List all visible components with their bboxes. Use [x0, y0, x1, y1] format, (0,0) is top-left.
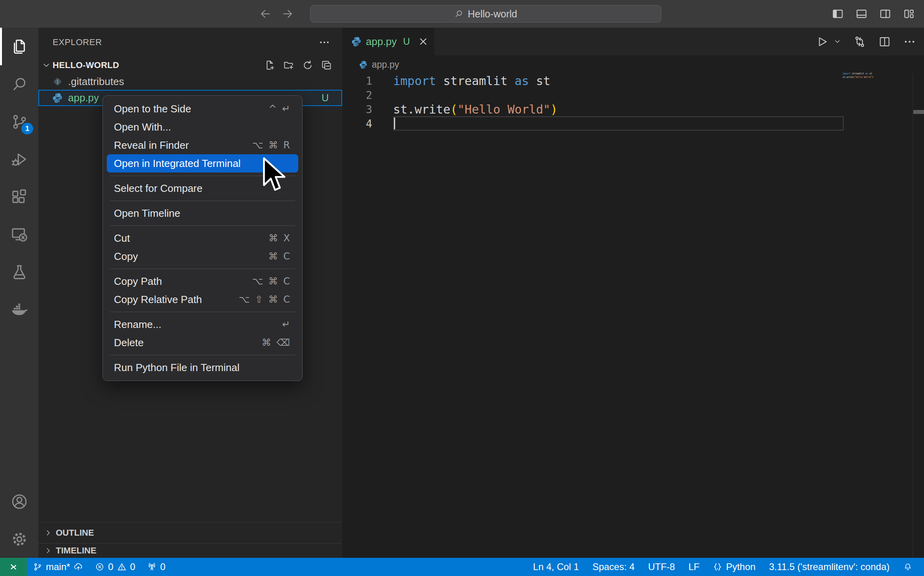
publish-icon [74, 562, 83, 572]
editor-group: app.py U app.py 1import streamlit as st2… [342, 28, 924, 558]
command-center-title: Hello-world [468, 8, 517, 20]
tab-label: app.py [366, 36, 397, 48]
layout-sidebar-left-icon[interactable] [831, 8, 844, 20]
activity-item-settings[interactable] [0, 520, 38, 558]
back-arrow-icon[interactable] [259, 8, 271, 20]
status-notifications[interactable] [896, 558, 919, 576]
breadcrumb[interactable]: app.py [342, 55, 924, 74]
radio-tower-icon [147, 562, 157, 572]
activity-item-search[interactable] [0, 65, 38, 103]
code-editor[interactable]: 1import streamlit as st23st.write("Hello… [342, 74, 924, 131]
more-actions-button[interactable] [903, 35, 916, 48]
refresh-explorer-button[interactable] [302, 59, 314, 71]
status-text: 0 [160, 561, 165, 572]
tab-app-py[interactable]: app.py U [342, 28, 434, 55]
status-python-interpreter[interactable]: 3.11.5 ('streamlitenv': conda) [762, 558, 896, 576]
workspace-name: HELLO-WORLD [53, 60, 119, 70]
explorer-more-actions-button[interactable] [318, 36, 330, 48]
activity-item-remote-explorer[interactable] [0, 216, 38, 253]
menu-item-open-timeline[interactable]: Open Timeline [107, 204, 298, 222]
activity-item-accounts[interactable] [0, 483, 38, 520]
bell-icon [903, 562, 913, 572]
status-text: LF [688, 561, 699, 572]
menu-item-label: Open Timeline [114, 207, 180, 220]
open-changes-button[interactable] [853, 35, 866, 48]
timeline-label: TIMELINE [56, 546, 97, 556]
menu-item-reveal-in-finder[interactable]: Reveal in Finder⌥ ⌘ R [107, 136, 298, 154]
menu-item-open-in-integrated-terminal[interactable]: Open in Integrated Terminal [107, 154, 298, 172]
menu-item-delete[interactable]: Delete⌘ ⌫ [107, 333, 298, 352]
close-icon[interactable] [418, 36, 429, 47]
menu-item-copy-path[interactable]: Copy Path⌥ ⌘ C [107, 272, 298, 290]
menu-item-cut[interactable]: Cut⌘ X [107, 229, 298, 247]
status-ports-status[interactable]: 0 [141, 558, 171, 576]
collapse-folders-button[interactable] [321, 59, 333, 71]
run-python-file-button[interactable] [816, 35, 829, 48]
activity-item-source-control[interactable]: 1 [0, 103, 38, 140]
activity-item-explorer[interactable] [0, 28, 38, 65]
status-text: Python [726, 561, 755, 572]
menu-item-label: Open to the Side [114, 103, 191, 115]
split-editor-button[interactable] [878, 35, 891, 48]
python-icon [351, 36, 362, 47]
status-indentation[interactable]: Spaces: 4 [586, 558, 642, 576]
new-folder-button[interactable] [283, 59, 295, 71]
vscode-window: Hello-world 1 EXPLORER HELLO-WORLD .gita… [0, 0, 924, 576]
status-text: Spaces: 4 [593, 561, 635, 572]
menu-item-label: Run Python File in Terminal [114, 362, 239, 374]
explorer-title: EXPLORER [53, 37, 102, 47]
workspace-section-header[interactable]: HELLO-WORLD [38, 57, 342, 74]
minimap[interactable]: import streamlit as stst.write("Hello Wo… [842, 72, 873, 79]
timeline-section-header[interactable]: TIMELINE [38, 543, 342, 558]
breadcrumb-file: app.py [372, 59, 399, 70]
activity-item-extensions[interactable] [0, 178, 38, 216]
overview-ruler[interactable] [913, 74, 924, 558]
activity-item-docker[interactable] [0, 291, 38, 328]
code-line-3[interactable]: 3st.write("Hello World") [342, 102, 924, 116]
menu-item-label: Delete [114, 337, 144, 349]
code-token: st.write [842, 76, 853, 79]
activity-item-testing[interactable] [0, 253, 38, 291]
run-dropdown-button[interactable] [833, 38, 841, 45]
tab-modified-badge: U [403, 36, 410, 47]
line-number: 2 [342, 89, 372, 101]
status-branch-status[interactable]: main* [27, 558, 89, 576]
menu-separator [110, 201, 295, 201]
activity-item-run-and-debug[interactable] [0, 140, 38, 178]
python-icon [52, 92, 63, 104]
menu-item-run-python-file-in-terminal[interactable]: Run Python File in Terminal [107, 358, 298, 377]
code-line-1[interactable]: 1import streamlit as st [342, 74, 924, 88]
menu-item-label: Copy Path [114, 275, 162, 288]
code-token: st [868, 72, 872, 75]
status-encoding[interactable]: UTF-8 [641, 558, 682, 576]
menu-item-select-for-compare[interactable]: Select for Compare [107, 179, 298, 197]
menu-item-copy[interactable]: Copy⌘ C [107, 247, 298, 265]
layout-customize-icon[interactable] [903, 8, 915, 20]
layout-panel-icon[interactable] [855, 8, 868, 20]
code-line-4[interactable]: 4 [342, 116, 924, 131]
menu-item-open-to-the-side[interactable]: Open to the Side^ ↵ [107, 100, 298, 118]
command-center-search[interactable]: Hello-world [310, 5, 661, 23]
menu-item-copy-relative-path[interactable]: Copy Relative Path⌥ ⇧ ⌘ C [107, 290, 298, 309]
menu-separator [110, 176, 295, 176]
file-name: app.py [68, 92, 99, 104]
menu-item-open-with[interactable]: Open With... [107, 118, 298, 136]
branch-icon [33, 562, 42, 572]
forward-arrow-icon[interactable] [282, 8, 293, 20]
status-language-mode[interactable]: Python [706, 558, 762, 576]
menu-item-label: Cut [114, 232, 130, 244]
status-remote-indicator[interactable] [0, 558, 27, 576]
menu-separator [110, 269, 295, 269]
outline-section-header[interactable]: OUTLINE [38, 522, 342, 543]
code-line-2[interactable]: 2 [342, 88, 924, 102]
python-icon [359, 60, 368, 69]
layout-sidebar-right-icon[interactable] [879, 8, 892, 20]
status-eol[interactable]: LF [682, 558, 706, 576]
status-text: 3.11.5 ('streamlitenv': conda) [769, 561, 890, 572]
menu-item-rename[interactable]: Rename...↵ [107, 315, 298, 333]
status-cursor-position[interactable]: Ln 4, Col 1 [526, 558, 586, 576]
status-bar-left: main*000 [0, 558, 171, 576]
status-problems-status[interactable]: 00 [89, 558, 141, 576]
file-row-gitattributes[interactable]: .gitattributes [38, 74, 342, 90]
new-file-button[interactable] [264, 59, 276, 71]
